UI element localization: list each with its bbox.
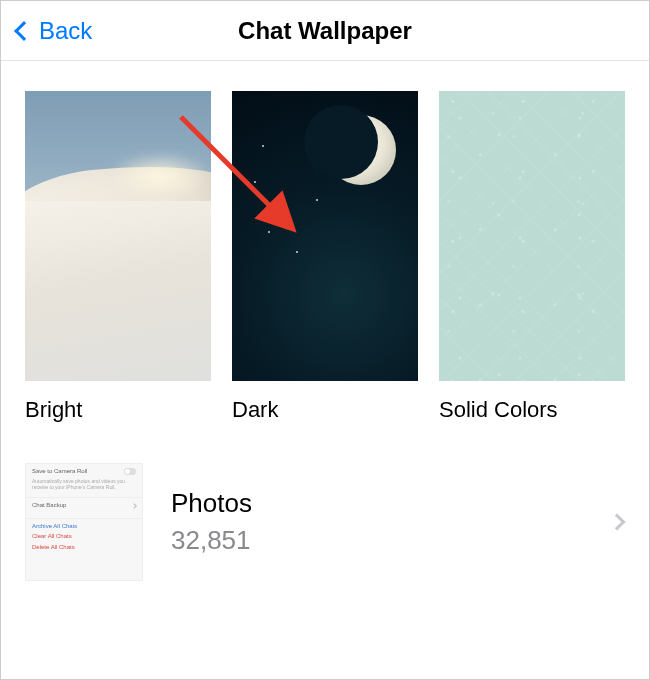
wallpaper-label: Solid Colors xyxy=(439,397,625,423)
wallpaper-category-bright[interactable]: Bright xyxy=(25,91,211,423)
photos-thumbnail: Save to Camera Roll Automatically save p… xyxy=(25,463,143,581)
wallpaper-category-solid-colors[interactable]: Solid Colors xyxy=(439,91,625,423)
pt-label: Chat Backup xyxy=(32,502,66,510)
pt-link: Clear All Chats xyxy=(32,533,136,541)
chevron-left-icon xyxy=(14,21,34,41)
moon-icon xyxy=(326,115,396,185)
content: Bright Dark xyxy=(1,61,649,581)
back-label: Back xyxy=(39,17,92,45)
pt-link: Archive All Chats xyxy=(32,523,136,531)
wallpaper-thumb-dark xyxy=(232,91,418,381)
wallpaper-label: Dark xyxy=(232,397,418,423)
wallpaper-label: Bright xyxy=(25,397,211,423)
chevron-right-icon xyxy=(609,514,626,531)
pt-sub: Automatically save photos and videos you… xyxy=(32,478,136,491)
pt-link: Delete All Chats xyxy=(32,544,136,552)
photos-row[interactable]: Save to Camera Roll Automatically save p… xyxy=(1,423,649,581)
back-button[interactable]: Back xyxy=(11,17,92,45)
nav-bar: Back Chat Wallpaper xyxy=(1,1,649,61)
wallpaper-thumb-bright xyxy=(25,91,211,381)
chevron-right-icon xyxy=(131,503,137,509)
page-title: Chat Wallpaper xyxy=(1,17,649,45)
wallpaper-category-dark[interactable]: Dark xyxy=(232,91,418,423)
photos-count: 32,851 xyxy=(171,525,611,556)
photos-title: Photos xyxy=(171,488,611,519)
wallpaper-thumb-solid-colors xyxy=(439,91,625,381)
toggle-icon xyxy=(124,468,136,475)
pt-label: Save to Camera Roll xyxy=(32,468,87,476)
wallpaper-categories: Bright Dark xyxy=(1,61,649,423)
photos-text: Photos 32,851 xyxy=(171,488,611,556)
